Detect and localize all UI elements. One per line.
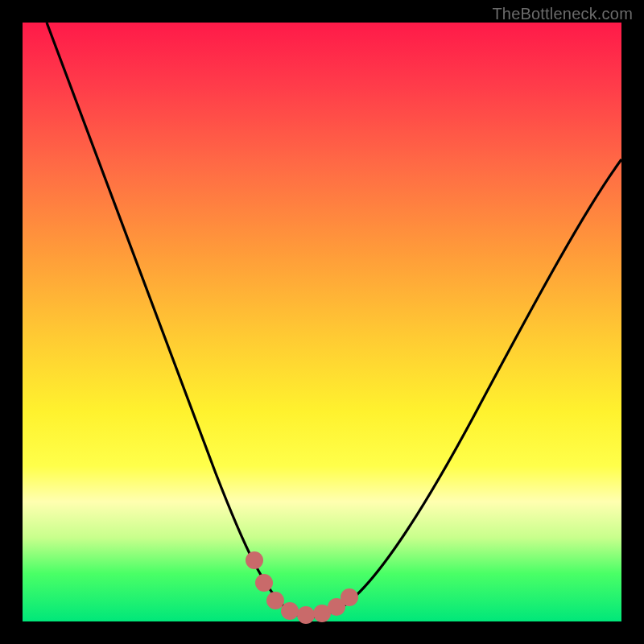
plot-area: [23, 23, 621, 621]
highlight-dot: [297, 606, 315, 624]
highlight-dot: [281, 602, 299, 620]
highlight-dot: [266, 592, 284, 609]
highlight-dot: [246, 551, 263, 569]
chart-frame: TheBottleneck.com: [0, 0, 644, 644]
highlight-dot: [255, 574, 273, 592]
watermark-label: TheBottleneck.com: [492, 5, 633, 23]
highlight-dot-group: [246, 551, 358, 624]
curve-layer: [23, 23, 621, 621]
bottleneck-curve-path: [47, 23, 621, 617]
highlight-dot: [341, 588, 358, 606]
